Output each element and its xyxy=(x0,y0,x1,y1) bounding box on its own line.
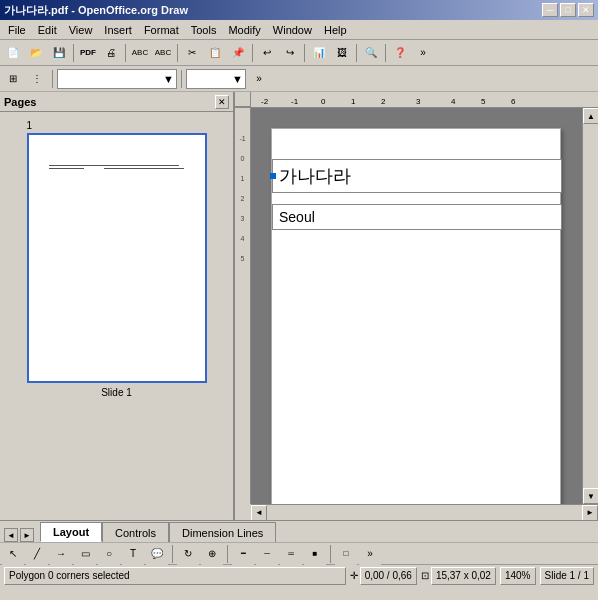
scrollbar-horizontal-area: ◄ ► xyxy=(251,504,598,520)
status-coords: 0,00 / 0,66 xyxy=(360,567,417,585)
more-draw-btn[interactable]: » xyxy=(359,543,381,565)
help-button[interactable]: ❓ xyxy=(389,42,411,64)
tab-layout[interactable]: Layout xyxy=(40,522,102,542)
title-bar: 가나다라.pdf - OpenOffice.org Draw ─ □ ✕ xyxy=(0,0,598,20)
slide-page: 가나다라 Seoul xyxy=(271,128,561,504)
save-button[interactable]: 💾 xyxy=(48,42,70,64)
rect-tool[interactable]: ▭ xyxy=(74,543,96,565)
ruler-mark: 3 xyxy=(416,97,420,106)
slide-number-label: 1 xyxy=(27,120,33,131)
menu-view[interactable]: View xyxy=(63,22,99,38)
ruler-mark: 2 xyxy=(381,97,385,106)
tab-nav: ◄ ► xyxy=(0,528,40,542)
redo-button[interactable]: ↪ xyxy=(279,42,301,64)
pages-panel-title: Pages xyxy=(4,96,36,108)
pages-panel-header: Pages ✕ xyxy=(0,92,233,112)
pages-panel-close[interactable]: ✕ xyxy=(215,95,229,109)
v-ruler-mark: 3 xyxy=(235,208,250,228)
menu-format[interactable]: Format xyxy=(138,22,185,38)
close-button[interactable]: ✕ xyxy=(578,3,594,17)
tab-dimension-lines[interactable]: Dimension Lines xyxy=(169,522,276,542)
slide-label: Slide 1 xyxy=(27,387,207,398)
korean-text: 가나다라 xyxy=(279,166,351,186)
callout-tool[interactable]: 💬 xyxy=(146,543,168,565)
undo-button[interactable]: ↩ xyxy=(256,42,278,64)
slide-workspace[interactable]: 가나다라 Seoul xyxy=(251,108,582,504)
style-dropdown-arrow: ▼ xyxy=(163,73,174,85)
scroll-left-button[interactable]: ◄ xyxy=(251,505,267,521)
v-ruler-mark: -1 xyxy=(235,128,250,148)
menu-edit[interactable]: Edit xyxy=(32,22,63,38)
spellcheck-button[interactable]: ABC xyxy=(129,42,151,64)
paste-button[interactable]: 📌 xyxy=(227,42,249,64)
canvas-area: -2 -1 0 1 2 3 4 5 6 -1 0 1 2 3 4 5 xyxy=(235,92,598,520)
tab-next-button[interactable]: ► xyxy=(20,528,34,542)
ruler-horizontal: -2 -1 0 1 2 3 4 5 6 xyxy=(251,92,598,108)
copy-button[interactable]: 📋 xyxy=(204,42,226,64)
more-button-2[interactable]: » xyxy=(248,68,270,90)
scroll-right-button[interactable]: ► xyxy=(582,505,598,521)
sep-bt1 xyxy=(172,545,173,563)
zoom-tool[interactable]: ⊕ xyxy=(201,543,223,565)
line-width-btn[interactable]: ═ xyxy=(280,543,302,565)
more-button[interactable]: » xyxy=(412,42,434,64)
export-pdf-button[interactable]: PDF xyxy=(77,42,99,64)
menu-file[interactable]: File xyxy=(2,22,32,38)
separator-1 xyxy=(73,44,74,62)
align-button[interactable]: ⋮ xyxy=(26,68,48,90)
main-area: Pages ✕ 1 Slide 1 xyxy=(0,92,598,520)
select-tool[interactable]: ↖ xyxy=(2,543,24,565)
menu-help[interactable]: Help xyxy=(318,22,353,38)
arrow-tool[interactable]: → xyxy=(50,543,72,565)
insert-image-button[interactable]: 🖼 xyxy=(331,42,353,64)
open-button[interactable]: 📂 xyxy=(25,42,47,64)
style-dropdown[interactable]: ▼ xyxy=(57,69,177,89)
scroll-thumb[interactable] xyxy=(583,124,598,488)
zoom-dropdown[interactable]: ▼ xyxy=(186,69,246,89)
status-slide: Slide 1 / 1 xyxy=(540,567,594,585)
scroll-up-button[interactable]: ▲ xyxy=(583,108,598,124)
maximize-button[interactable]: □ xyxy=(560,3,576,17)
toolbar-1: 📄 📂 💾 PDF 🖨 ABC ABC ✂ 📋 📌 ↩ ↪ 📊 🖼 🔍 ❓ » xyxy=(0,40,598,66)
menu-insert[interactable]: Insert xyxy=(98,22,138,38)
new-button[interactable]: 📄 xyxy=(2,42,24,64)
tab-controls[interactable]: Controls xyxy=(102,522,169,542)
scroll-down-button[interactable]: ▼ xyxy=(583,488,598,504)
h-scroll-thumb[interactable] xyxy=(267,505,582,521)
color-btn[interactable]: ■ xyxy=(304,543,326,565)
position-button[interactable]: ⊞ xyxy=(2,68,24,90)
zoom-dropdown-arrow: ▼ xyxy=(232,73,243,85)
line-style-btn[interactable]: ─ xyxy=(256,543,278,565)
cut-button[interactable]: ✂ xyxy=(181,42,203,64)
menu-bar: File Edit View Insert Format Tools Modif… xyxy=(0,20,598,40)
sep-bt2 xyxy=(227,545,228,563)
scrollbar-vertical[interactable]: ▲ ▼ xyxy=(582,108,598,504)
title-bar-buttons: ─ □ ✕ xyxy=(542,3,594,17)
separator-6 xyxy=(356,44,357,62)
english-textbox[interactable]: Seoul xyxy=(272,204,562,230)
size-icon: ⊡ xyxy=(421,570,429,581)
ruler-mark: 5 xyxy=(481,97,485,106)
minimize-button[interactable]: ─ xyxy=(542,3,558,17)
find-button[interactable]: 🔍 xyxy=(360,42,382,64)
tab-prev-button[interactable]: ◄ xyxy=(4,528,18,542)
coord-icon: ✛ xyxy=(350,570,358,581)
shadow-btn[interactable]: □ xyxy=(335,543,357,565)
ellipse-tool[interactable]: ○ xyxy=(98,543,120,565)
slide-thumbnail[interactable] xyxy=(27,133,207,383)
title-bar-text: 가나다라.pdf - OpenOffice.org Draw xyxy=(4,3,188,18)
separator-3 xyxy=(177,44,178,62)
separator-7 xyxy=(385,44,386,62)
menu-modify[interactable]: Modify xyxy=(222,22,266,38)
text-tool[interactable]: T xyxy=(122,543,144,565)
spellcheck2-button[interactable]: ABC xyxy=(152,42,174,64)
menu-window[interactable]: Window xyxy=(267,22,318,38)
korean-textbox[interactable]: 가나다라 xyxy=(272,159,562,193)
menu-tools[interactable]: Tools xyxy=(185,22,223,38)
fill-style-btn[interactable]: ━ xyxy=(232,543,254,565)
v-ruler-mark: 2 xyxy=(235,188,250,208)
line-tool[interactable]: ╱ xyxy=(26,543,48,565)
print-button[interactable]: 🖨 xyxy=(100,42,122,64)
rotate-tool[interactable]: ↻ xyxy=(177,543,199,565)
insert-chart-button[interactable]: 📊 xyxy=(308,42,330,64)
